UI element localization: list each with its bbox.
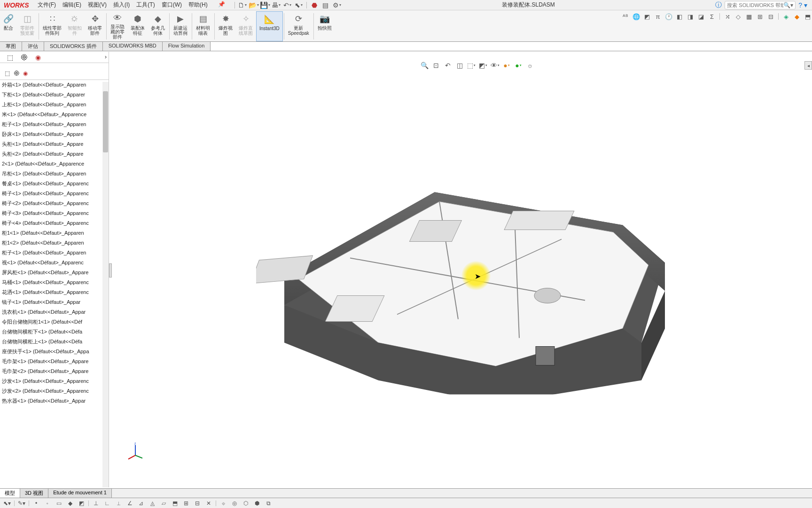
hud-render-icon[interactable]: ☼ (525, 60, 535, 71)
abc-icon[interactable]: ᴬᴮ (621, 12, 630, 21)
tree-item[interactable]: 下柜<1> (Défaut<<Défaut>_Apparer (0, 90, 109, 100)
sb-tool11-icon[interactable]: ⬒ (171, 500, 179, 507)
tree-item[interactable]: 上柜<1> (Défaut<<Défaut>_Apparen (0, 100, 109, 110)
sb-tool16-icon[interactable]: ◎ (230, 500, 239, 507)
menu-file[interactable]: 文件(F) (38, 1, 56, 9)
menu-window[interactable]: 窗口(W) (162, 1, 182, 9)
hud-zoom-area-icon[interactable]: ⊡ (431, 60, 441, 71)
sb-tool18-icon[interactable]: ⬢ (253, 500, 261, 507)
tree-item[interactable]: 柜1<2> (Défaut<<Défaut>_Apparen (0, 238, 109, 248)
tree-item[interactable]: 台储物间横柜上<1> (Défaut<<Défa (0, 337, 109, 347)
tree-item[interactable]: 外箱<1> (Défaut<<Défaut>_Apparen (0, 80, 109, 90)
menu-help[interactable]: 帮助(H) (188, 1, 208, 9)
model-view[interactable] (256, 117, 665, 395)
panel-splitter[interactable] (109, 263, 112, 278)
tree-item[interactable]: 视<1> (Défaut<<Défaut>_Apparenc (0, 258, 109, 268)
tool3-icon[interactable]: ◪ (697, 12, 705, 21)
tool9-icon[interactable]: ⬒ (804, 12, 812, 21)
sb-tool7-icon[interactable]: ∠ (125, 500, 134, 507)
sb-tool14-icon[interactable]: ✕ (204, 500, 213, 507)
sb-tool8-icon[interactable]: ⊿ (137, 500, 145, 507)
clock-icon[interactable]: 🕐 (664, 12, 673, 21)
sb-tool2-icon[interactable]: ◦ (43, 500, 52, 507)
tool8-icon[interactable]: ◆ (793, 12, 801, 21)
ribbon-mate[interactable]: 🔗 配合 (0, 11, 17, 41)
graphics-viewport[interactable]: 🔍 ⊡ ↶ ◫ ⬚ ◩ 👁 ● ● ☼ (109, 52, 812, 487)
hud-section-icon[interactable]: ◫ (454, 60, 465, 71)
tree-item[interactable]: 吊柜<1> (Défaut<<Défaut>_Apparen (0, 169, 109, 179)
rebuild-button[interactable]: ⬣ (310, 1, 319, 9)
hud-zoom-fit-icon[interactable]: 🔍 (419, 60, 429, 71)
tab-sketch[interactable]: 草图 (0, 42, 22, 51)
sb-tool4-icon[interactable]: ⊥ (92, 500, 100, 507)
tree-item[interactable]: 毛巾架<2> (Défaut<<Défaut>_Appare (0, 366, 109, 376)
tab-model[interactable]: 模型 (0, 489, 20, 498)
task-pane-collapse[interactable]: ◂ (804, 61, 812, 70)
tool2-icon[interactable]: ◨ (686, 12, 695, 21)
help-icon[interactable]: ? ▾ (798, 1, 807, 9)
tree-item[interactable]: 柜子<1> (Défaut<<Défaut>_Apparen (0, 248, 109, 258)
pin-icon[interactable]: 📌 (218, 1, 225, 9)
axis-icon[interactable]: ⤭ (723, 12, 732, 21)
open-button[interactable]: 📂 (249, 1, 258, 9)
ribbon-smart-fastener[interactable]: ⛭ 智能扣 件 (65, 11, 85, 41)
sb-cube-icon[interactable]: ◩ (77, 500, 86, 507)
sb-tool1-icon[interactable]: ✎▾ (17, 500, 26, 507)
tree-item[interactable]: 椅子<2> (Défaut<<Défaut>_Apparenc (0, 198, 109, 208)
sb-tool6-icon[interactable]: ⟂ (114, 500, 123, 507)
tree-tab2-3-icon[interactable]: ◉ (23, 70, 28, 77)
sb-tool17-icon[interactable]: ⬡ (242, 500, 250, 507)
ribbon-exploded-sketch[interactable]: ✧ 爆炸直 线草图 (236, 11, 256, 41)
cube-pair-icon[interactable]: ◩ (643, 12, 651, 21)
help-search-input[interactable] (727, 2, 783, 8)
tab-motion-study[interactable]: Etude de mouvement 1 (48, 489, 112, 498)
tree-item[interactable]: 沙发<1> (Défaut<<Défaut>_Apparenc (0, 376, 109, 386)
hud-appearance-icon[interactable]: ● (501, 60, 512, 71)
tool5-icon[interactable]: ⊞ (756, 12, 764, 21)
search-icon[interactable]: 🔍▾ (783, 2, 793, 8)
tree-item[interactable]: 椅子<4> (Défaut<<Défaut>_Apparenc (0, 218, 109, 228)
menu-tools[interactable]: 工具(T) (136, 1, 155, 9)
menu-edit[interactable]: 编辑(E) (62, 1, 81, 9)
print-button[interactable]: 🖶 (272, 1, 281, 9)
tree-expand2-icon[interactable]: › (105, 54, 107, 60)
globe-icon[interactable]: 🌐 (632, 12, 640, 21)
sb-tool10-icon[interactable]: ▱ (159, 500, 168, 507)
tree-item[interactable]: 柜子<1> (Défaut<<Défaut>_Apparen (0, 119, 109, 129)
grid-icon[interactable]: ▦ (745, 12, 753, 21)
sigma-icon[interactable]: Σ (708, 12, 716, 21)
tree-item[interactable]: 洗衣机<1> (Défaut<<Défaut>_Appar (0, 307, 109, 317)
tree-item[interactable]: 椅子<3> (Défaut<<Défaut>_Apparenc (0, 208, 109, 218)
tree-tab2-1-icon[interactable]: ⬚ (5, 70, 10, 77)
sb-tool13-icon[interactable]: ⊟ (193, 500, 202, 507)
tree-item[interactable]: 2<1> (Défaut<<Défaut>_Apparence (0, 159, 109, 169)
help-balloon-icon[interactable]: ⓘ (715, 1, 722, 9)
ribbon-show-hidden[interactable]: 👁 显示隐 藏的零 部件 (108, 11, 128, 41)
hud-view-orient-icon[interactable]: ⬚ (466, 60, 476, 71)
tab-mbd[interactable]: SOLIDWORKS MBD (103, 42, 163, 51)
new-button[interactable]: 🗋 (238, 1, 247, 9)
sb-tool3-icon[interactable]: ◆ (66, 500, 74, 507)
tree-tab-display-icon[interactable]: ◉ (33, 53, 43, 62)
feature-tree-list[interactable]: 外箱<1> (Défaut<<Défaut>_Apparen下柜<1> (Déf… (0, 80, 109, 485)
tree-item[interactable]: 马桶<1> (Défaut<<Défaut>_Apparenc (0, 278, 109, 287)
tool7-icon[interactable]: ◈ (782, 12, 790, 21)
options-list-button[interactable]: ▤ (321, 1, 330, 9)
tool6-icon[interactable]: ⊟ (766, 12, 775, 21)
hud-display-style-icon[interactable]: ◩ (478, 60, 488, 71)
tree-item[interactable]: 餐桌<1> (Défaut<<Défaut>_Apparenc (0, 179, 109, 189)
tree-item[interactable]: 沙发<2> (Défaut<<Défaut>_Apparenc (0, 386, 109, 396)
tree-item[interactable]: 椅子<1> (Défaut<<Défaut>_Apparenc (0, 189, 109, 198)
tree-item[interactable]: 毛巾架<1> (Défaut<<Défaut>_Appare (0, 357, 109, 366)
tab-evaluate[interactable]: 评估 (22, 42, 44, 51)
ribbon-move-component[interactable]: ✥ 移动零 部件 (85, 11, 105, 41)
tool4-icon[interactable]: ◇ (734, 12, 742, 21)
tree-scrollbar[interactable] (102, 82, 109, 487)
hud-hide-show-icon[interactable]: 👁 (490, 60, 500, 71)
tree-tab2-2-icon[interactable]: 🞋 (14, 70, 19, 77)
sb-tool12-icon[interactable]: ⊞ (182, 500, 190, 507)
ribbon-linear-pattern[interactable]: ∷ 线性零部 件阵列 (40, 11, 65, 41)
tree-item[interactable]: 花洒<1> (Défaut<<Défaut>_Apparenc (0, 287, 109, 297)
settings-button[interactable]: ⚙ (332, 1, 342, 9)
tab-addins[interactable]: SOLIDWORKS 插件 (44, 42, 103, 51)
